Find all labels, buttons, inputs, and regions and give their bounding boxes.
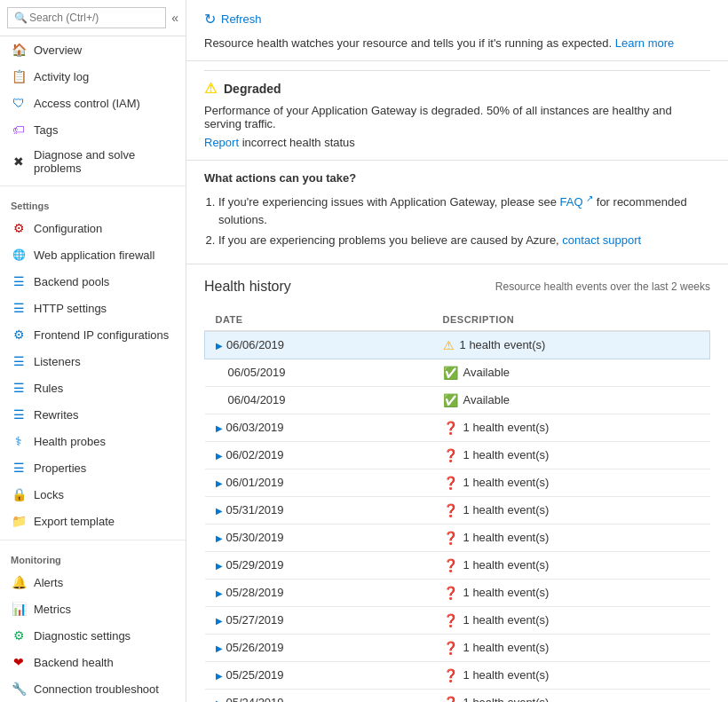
- table-row[interactable]: ▶06/03/2019❓1 health event(s): [205, 414, 710, 441]
- faq-link[interactable]: FAQ: [560, 195, 583, 209]
- status-icon: ❓: [443, 448, 458, 462]
- sidebar-item-overview[interactable]: 🏠 Overview: [0, 36, 186, 63]
- sidebar-item-waf[interactable]: 🌐 Web application firewall: [0, 241, 186, 268]
- description-text: 1 health event(s): [463, 476, 550, 489]
- table-row[interactable]: ▶05/31/2019❓1 health event(s): [205, 496, 710, 524]
- cell-date: ▶05/28/2019: [205, 579, 432, 606]
- sidebar-item-diagnostic-settings[interactable]: ⚙ Diagnostic settings: [0, 622, 186, 649]
- frontend-ip-icon: ⚙: [11, 327, 27, 343]
- report-row: Report incorrect health status: [204, 136, 710, 149]
- sidebar-item-diagnose[interactable]: ✖ Diagnose and solve problems: [0, 143, 186, 180]
- search-icon: 🔍: [14, 12, 28, 24]
- sidebar-item-backend-health[interactable]: ❤ Backend health: [0, 649, 186, 675]
- status-icon: ❓: [443, 696, 458, 702]
- main-header: ↻ Refresh Resource health watches your r…: [186, 0, 728, 61]
- table-row[interactable]: ▶06/06/2019⚠1 health event(s): [205, 331, 710, 359]
- sidebar-item-properties[interactable]: ☰ Properties: [0, 454, 186, 481]
- expand-arrow-icon[interactable]: ▶: [216, 478, 223, 488]
- refresh-button[interactable]: ↻ Refresh: [204, 11, 710, 28]
- status-icon: ✅: [443, 366, 458, 380]
- cell-description: ❓1 health event(s): [432, 414, 710, 441]
- learn-more-link[interactable]: Learn more: [615, 36, 674, 50]
- sidebar-item-activity-log[interactable]: 📋 Activity log: [0, 63, 186, 90]
- health-probes-icon: ⚕: [11, 433, 27, 449]
- table-row[interactable]: 06/04/2019✅Available: [205, 386, 710, 414]
- table-row[interactable]: ▶05/28/2019❓1 health event(s): [205, 579, 710, 606]
- table-row[interactable]: ▶05/24/2019❓1 health event(s): [205, 689, 710, 702]
- sidebar-item-listeners[interactable]: ☰ Listeners: [0, 348, 186, 375]
- history-section: Health history Resource health events ov…: [186, 264, 728, 702]
- table-row[interactable]: ▶05/25/2019❓1 health event(s): [205, 661, 710, 689]
- expand-arrow-icon[interactable]: ▶: [216, 533, 223, 543]
- sidebar-label: Web application firewall: [34, 248, 154, 262]
- expand-arrow-icon[interactable]: ▶: [216, 588, 223, 598]
- status-header: ⚠ Degraded: [204, 80, 710, 97]
- report-link[interactable]: Report: [204, 136, 239, 149]
- cell-date: ▶06/06/2019: [205, 331, 432, 359]
- action-item-1: If you're experiencing issues with Appli…: [218, 192, 710, 228]
- sidebar-item-backend-pools[interactable]: ☰ Backend pools: [0, 268, 186, 295]
- status-icon: ❓: [443, 503, 458, 517]
- table-row[interactable]: ▶06/02/2019❓1 health event(s): [205, 441, 710, 469]
- status-icon: ❓: [443, 558, 458, 572]
- cell-description: ❓1 health event(s): [432, 634, 710, 661]
- expand-arrow-icon[interactable]: ▶: [216, 616, 223, 626]
- sidebar-search-input[interactable]: [7, 7, 166, 28]
- table-row[interactable]: ▶05/27/2019❓1 health event(s): [205, 606, 710, 634]
- settings-section-label: Settings: [0, 192, 186, 215]
- expand-arrow-icon[interactable]: ▶: [216, 671, 223, 681]
- expand-arrow-icon[interactable]: ▶: [216, 698, 223, 702]
- cell-date: ▶05/27/2019: [205, 606, 432, 634]
- cell-date: ▶06/02/2019: [205, 441, 432, 469]
- status-icon: ❓: [443, 641, 458, 655]
- main-content: ↻ Refresh Resource health watches your r…: [186, 0, 728, 702]
- table-row[interactable]: ▶06/01/2019❓1 health event(s): [205, 469, 710, 496]
- metrics-icon: 📊: [11, 601, 27, 617]
- sidebar-item-configuration[interactable]: ⚙ Configuration: [0, 215, 186, 241]
- table-row[interactable]: ▶05/29/2019❓1 health event(s): [205, 551, 710, 579]
- expand-arrow-icon[interactable]: ▶: [216, 423, 223, 433]
- sidebar-label: Locks: [34, 488, 64, 501]
- sidebar-item-connection-troubleshoot[interactable]: 🔧 Connection troubleshoot: [0, 675, 186, 702]
- sidebar-item-metrics[interactable]: 📊 Metrics: [0, 596, 186, 622]
- refresh-icon: ↻: [204, 11, 216, 28]
- table-row[interactable]: ▶05/26/2019❓1 health event(s): [205, 634, 710, 661]
- sidebar-item-export-template[interactable]: 📁 Export template: [0, 508, 186, 534]
- sidebar-collapse-icon[interactable]: «: [171, 11, 178, 25]
- table-row[interactable]: ▶05/30/2019❓1 health event(s): [205, 524, 710, 551]
- col-date: DATE: [205, 309, 432, 331]
- sidebar-item-alerts[interactable]: 🔔 Alerts: [0, 569, 186, 596]
- table-row[interactable]: 06/05/2019✅Available: [205, 359, 710, 386]
- sidebar-item-access-control[interactable]: 🛡 Access control (IAM): [0, 90, 186, 116]
- expand-arrow-icon[interactable]: ▶: [216, 341, 223, 351]
- status-icon: ⚠: [443, 338, 455, 352]
- report-suffix: incorrect health status: [242, 136, 355, 149]
- history-title: Health history: [204, 279, 291, 295]
- contact-support-link[interactable]: contact support: [562, 233, 641, 247]
- actions-section: What actions can you take? If you're exp…: [186, 160, 728, 264]
- cell-description: ❓1 health event(s): [432, 689, 710, 702]
- cell-description: ❓1 health event(s): [432, 524, 710, 551]
- sidebar-label: Overview: [34, 43, 82, 57]
- expand-arrow-icon[interactable]: ▶: [216, 643, 223, 653]
- overview-icon: 🏠: [11, 42, 27, 58]
- cell-date: 06/05/2019: [205, 359, 432, 386]
- cell-description: ❓1 health event(s): [432, 551, 710, 579]
- sidebar-label: Properties: [34, 461, 86, 475]
- expand-arrow-icon[interactable]: ▶: [216, 451, 223, 461]
- sidebar-item-rules[interactable]: ☰ Rules: [0, 375, 186, 401]
- sidebar-item-locks[interactable]: 🔒 Locks: [0, 481, 186, 508]
- description-text: 1 health event(s): [463, 668, 550, 682]
- expand-arrow-icon[interactable]: ▶: [216, 561, 223, 571]
- cell-date: ▶05/31/2019: [205, 496, 432, 524]
- description-text: 1 health event(s): [463, 613, 550, 627]
- sidebar-item-rewrites[interactable]: ☰ Rewrites: [0, 401, 186, 428]
- description-text: 1 health event(s): [463, 421, 550, 434]
- sidebar-item-health-probes[interactable]: ⚕ Health probes: [0, 428, 186, 454]
- cell-description: ❓1 health event(s): [432, 606, 710, 634]
- sidebar-item-http-settings[interactable]: ☰ HTTP settings: [0, 295, 186, 321]
- sidebar-item-tags[interactable]: 🏷 Tags: [0, 116, 186, 143]
- refresh-label: Refresh: [221, 12, 262, 26]
- expand-arrow-icon[interactable]: ▶: [216, 506, 223, 516]
- sidebar-item-frontend-ip[interactable]: ⚙ Frontend IP configurations: [0, 321, 186, 348]
